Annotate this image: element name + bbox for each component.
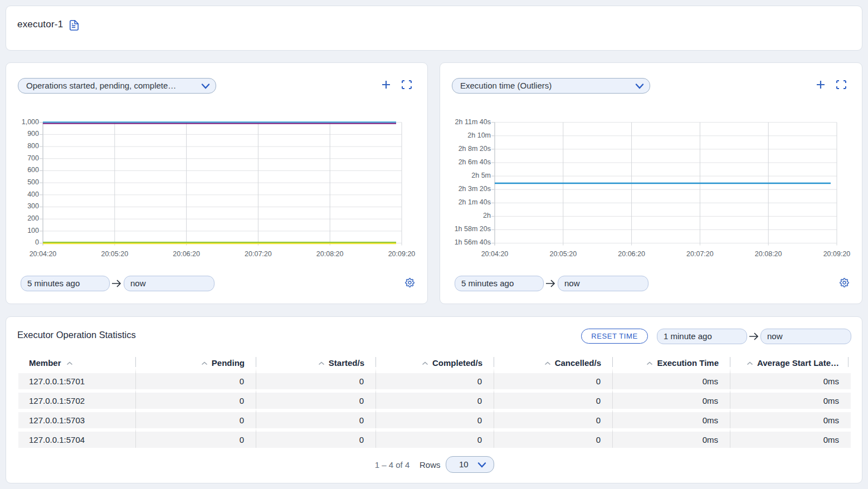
svg-text:200: 200 [27,214,39,222]
svg-text:20:08:20: 20:08:20 [316,250,344,258]
svg-text:2h 8m 20s: 2h 8m 20s [459,145,491,153]
svg-text:20:04:20: 20:04:20 [30,250,57,258]
svg-text:0: 0 [35,238,39,246]
svg-text:20:08:20: 20:08:20 [755,250,782,258]
svg-text:20:06:20: 20:06:20 [618,250,645,258]
svg-text:1,000: 1,000 [22,118,39,126]
svg-text:20:06:20: 20:06:20 [173,250,200,258]
svg-text:900: 900 [27,130,39,138]
svg-text:1h 58m 20s: 1h 58m 20s [455,225,491,233]
svg-text:20:04:20: 20:04:20 [481,250,509,258]
svg-text:20:07:20: 20:07:20 [686,250,714,258]
svg-text:2h: 2h [483,212,491,219]
svg-text:2h 1m 40s: 2h 1m 40s [459,198,491,206]
svg-text:400: 400 [27,190,39,198]
svg-text:1h 56m 40s: 1h 56m 40s [455,238,491,246]
svg-text:20:05:20: 20:05:20 [101,250,128,258]
svg-text:100: 100 [27,227,39,234]
svg-text:2h 3m 20s: 2h 3m 20s [459,185,491,193]
svg-text:800: 800 [27,142,39,150]
svg-text:2h 10m: 2h 10m [467,131,491,139]
svg-text:20:07:20: 20:07:20 [245,250,272,258]
svg-text:20:09:20: 20:09:20 [388,250,416,258]
svg-text:600: 600 [27,166,39,174]
svg-text:700: 700 [27,154,39,162]
svg-text:20:05:20: 20:05:20 [549,250,577,258]
svg-text:20:09:20: 20:09:20 [823,250,851,258]
svg-text:2h 6m 40s: 2h 6m 40s [459,158,491,166]
svg-text:500: 500 [27,178,39,186]
svg-text:2h 5m: 2h 5m [471,172,491,179]
svg-text:300: 300 [27,202,39,210]
svg-text:2h 11m 40s: 2h 11m 40s [455,118,491,126]
